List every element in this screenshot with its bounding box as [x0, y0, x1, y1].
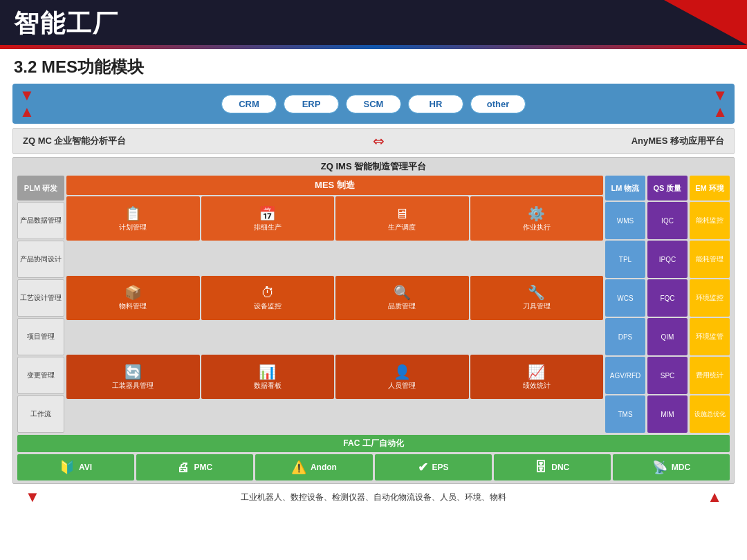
mes-label-11: 绩效统计: [523, 381, 551, 391]
bottom-row: ▼ 工业机器人、数控设备、检测仪器、自动化物流设备、人员、环境、物料 ▲: [12, 485, 735, 509]
fac-dnc[interactable]: 🗄 DNC: [494, 454, 611, 480]
mes-header: MES 制造: [66, 176, 603, 195]
qs-ipqc: IPQC: [647, 241, 688, 278]
sys-hr[interactable]: HR: [408, 95, 463, 113]
mes-cell-3[interactable]: ⚙️ 作业执行: [470, 196, 604, 241]
fac-icon-pmc: 🖨: [177, 460, 190, 475]
mes-cell-5[interactable]: ⏱ 设备监控: [201, 276, 335, 320]
mes-label-4: 物料管理: [119, 301, 147, 311]
mes-icon-2: 🖥: [395, 207, 409, 221]
fac-pmc[interactable]: 🖨 PMC: [136, 454, 253, 480]
mes-cell-8[interactable]: 🔄 工装器具管理: [66, 355, 200, 399]
bottom-text: 工业机器人、数控设备、检测仪器、自动化物流设备、人员、环境、物料: [241, 492, 506, 503]
top-systems-bar: ▼ ▲ CRM ERP SCM HR other ▼ ▲: [12, 84, 735, 124]
fac-eps[interactable]: ✔ EPS: [375, 454, 492, 480]
fac-icon-avi: 🔰: [59, 460, 75, 475]
mes-cell-10[interactable]: 👤 人员管理: [335, 355, 469, 399]
fac-icon-dnc: 🗄: [535, 460, 547, 475]
qs-spc: SPC: [647, 357, 688, 394]
bottom-arrow-right: ▲: [707, 488, 722, 506]
mes-grid: 📋 计划管理 📅 排细生产 🖥 生产调度 ⚙️ 作业执行: [66, 196, 603, 433]
fac-label-dnc: DNC: [551, 463, 569, 472]
fac-icon-andon: ⚠️: [291, 460, 306, 475]
lm-wcs: WCS: [605, 279, 645, 317]
inner-grid: PLM 研发 产品数据管理 产品协同设计 工艺设计管理 项目管理 变更管理 工作…: [17, 176, 730, 433]
mes-cell-4[interactable]: 📦 物料管理: [66, 276, 200, 320]
sys-erp[interactable]: ERP: [284, 95, 339, 113]
lm-tms: TMS: [605, 395, 645, 433]
arrow-left-top: ▼ ▲: [19, 88, 35, 120]
em-column: EM 环境 能耗监控 能耗管理 环境监控 环境监管 费用统计 设施总优化: [690, 176, 730, 433]
mes-label-3: 作业执行: [523, 223, 551, 232]
plm-column: PLM 研发 产品数据管理 产品协同设计 工艺设计管理 项目管理 变更管理 工作…: [17, 176, 64, 433]
em-1: 能耗监控: [690, 202, 730, 239]
mes-label-1: 排细生产: [254, 223, 282, 232]
mes-icon-5: ⏱: [261, 286, 275, 299]
mes-label-9: 数据看板: [254, 381, 282, 391]
sys-scm[interactable]: SCM: [346, 95, 401, 113]
fac-mdc[interactable]: 📡 MDC: [613, 454, 730, 480]
fac-andon[interactable]: ⚠️ Andon: [255, 454, 372, 480]
mes-label-10: 人员管理: [388, 381, 416, 391]
platform-row: ZQ MC 企业智能分析平台 ⇔ AnyMES 移动应用平台: [12, 128, 735, 154]
mes-area: MES 制造 📋 计划管理 📅 排细生产 🖥 生产调度: [66, 176, 603, 433]
mes-icon-10: 👤: [394, 365, 411, 379]
ims-title: ZQ IMS 智能制造管理平台: [17, 160, 730, 173]
sys-crm[interactable]: CRM: [221, 95, 277, 113]
em-2: 能耗管理: [690, 241, 730, 278]
bottom-arrow-left: ▼: [25, 488, 40, 506]
plm-item-5: 变更管理: [17, 357, 64, 394]
fac-icon-eps: ✔: [418, 460, 428, 475]
qs-iqc: IQC: [647, 202, 688, 239]
fac-label-pmc: PMC: [194, 463, 212, 472]
fac-label: FAC 工厂自动化: [17, 435, 730, 452]
plm-item-1: 产品数据管理: [17, 202, 64, 239]
mes-icon-11: 📈: [528, 365, 545, 379]
plm-header: PLM 研发: [17, 176, 64, 200]
mes-label-2: 生产调度: [388, 223, 416, 232]
lm-agv: AGV/RFD: [605, 357, 645, 394]
em-5: 费用统计: [690, 357, 730, 394]
mes-icon-3: ⚙️: [528, 207, 545, 221]
fac-label-eps: EPS: [432, 463, 449, 472]
arrow-up-icon: ▲: [19, 104, 35, 120]
lm-header: LM 物流: [605, 176, 645, 200]
fac-label-avi: AVI: [79, 463, 92, 472]
fac-items: 🔰 AVI 🖨 PMC ⚠️ Andon ✔ EPS 🗄 DNC 📡 MDC: [17, 454, 730, 480]
lm-dps: DPS: [605, 318, 645, 355]
em-6: 设施总优化: [690, 395, 730, 433]
mes-cell-7[interactable]: 🔧 刀具管理: [470, 276, 604, 320]
lm-tpl: TPL: [605, 241, 645, 278]
mes-cell-2[interactable]: 🖥 生产调度: [335, 196, 469, 241]
arrow-down-icon: ▼: [19, 88, 35, 103]
mes-label-7: 刀具管理: [523, 301, 551, 311]
mes-cell-9[interactable]: 📊 数据看板: [201, 355, 335, 399]
qs-column: QS 质量 IQC IPQC FQC QIM SPC MIM: [647, 176, 688, 433]
arrow-right-top: ▼ ▲: [712, 88, 728, 120]
mes-cell-1[interactable]: 📅 排细生产: [201, 196, 335, 241]
platform-right: AnyMES 移动应用平台: [631, 135, 724, 147]
mes-icon-8: 🔄: [124, 365, 142, 379]
qs-header: QS 质量: [647, 176, 688, 200]
mes-label-5: 设备监控: [254, 301, 282, 311]
em-3: 环境监控: [690, 279, 730, 317]
fac-avi[interactable]: 🔰 AVI: [17, 454, 134, 480]
fac-label-mdc: MDC: [672, 463, 690, 472]
mes-cell-6[interactable]: 🔍 品质管理: [335, 276, 469, 320]
mes-cell-11[interactable]: 📈 绩效统计: [470, 355, 604, 399]
main-content: ▼ ▲ CRM ERP SCM HR other ▼ ▲ ZQ MC 企业智能分…: [0, 84, 747, 514]
sys-other[interactable]: other: [470, 95, 526, 113]
page-title: 智能工厂: [14, 7, 119, 41]
systems-boxes: CRM ERP SCM HR other: [35, 95, 712, 113]
plm-item-6: 工作流: [17, 395, 64, 433]
mes-icon-4: 📦: [124, 286, 142, 299]
fac-icon-mdc: 📡: [652, 460, 667, 475]
qs-qim: QIM: [647, 318, 688, 355]
em-header: EM 环境: [690, 176, 730, 200]
qs-fqc: FQC: [647, 279, 688, 317]
em-4: 环境监管: [690, 318, 730, 355]
mes-cell-0[interactable]: 📋 计划管理: [66, 196, 200, 241]
mes-icon-1: 📅: [259, 207, 276, 221]
mes-label-8: 工装器具管理: [112, 381, 154, 391]
mes-icon-0: 📋: [124, 207, 142, 221]
